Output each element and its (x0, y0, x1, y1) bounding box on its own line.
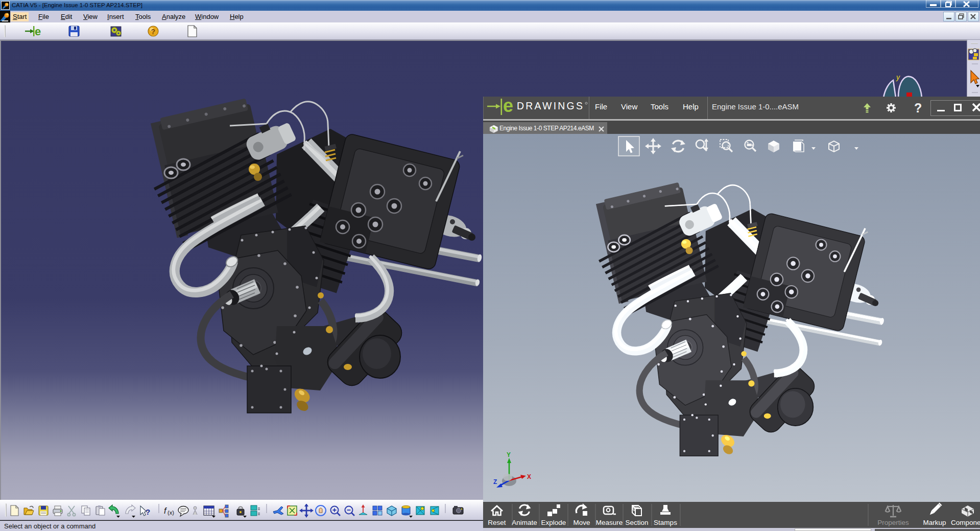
svg-text:(x): (x) (168, 510, 174, 516)
svg-text:Reset: Reset (488, 519, 506, 526)
svg-text:Measure: Measure (596, 519, 623, 526)
svg-text:Markup: Markup (923, 519, 946, 526)
svg-text:X: X (527, 473, 531, 480)
svg-text:Componen: Componen (951, 519, 980, 526)
svg-text:Y: Y (507, 451, 511, 458)
svg-text:y: y (896, 73, 900, 81)
svg-text:f: f (164, 506, 167, 515)
svg-text:Properties: Properties (877, 519, 909, 526)
svg-text:e: e (35, 25, 41, 38)
svg-text:Section: Section (625, 519, 648, 526)
svg-text:?: ? (151, 28, 156, 36)
svg-text:Z: Z (493, 478, 497, 486)
svg-text:DRAWINGS: DRAWINGS (517, 100, 584, 111)
svg-text:Animate: Animate (512, 519, 537, 526)
svg-text:Stamps: Stamps (654, 519, 677, 526)
svg-text:Explode: Explode (541, 519, 566, 526)
svg-text:Move: Move (573, 519, 590, 526)
svg-text:?: ? (146, 507, 150, 516)
svg-text:e: e (503, 97, 513, 116)
svg-text:?: ? (914, 101, 922, 115)
